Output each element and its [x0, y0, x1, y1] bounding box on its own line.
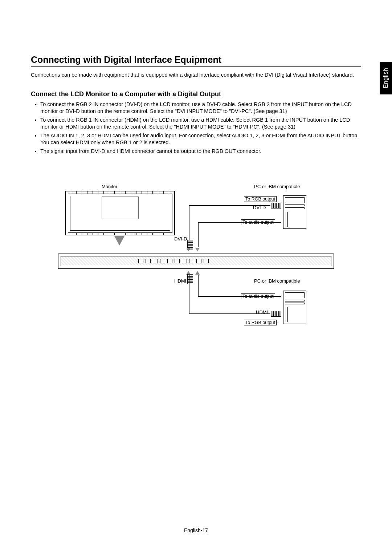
wire-icon	[189, 205, 270, 206]
wire-icon	[198, 222, 199, 247]
wire-icon	[198, 222, 281, 223]
bullet-item: To connect the RGB 1 IN connector (HDMI)…	[40, 117, 361, 131]
page-content: Connecting with Digital Interface Equipm…	[0, 0, 392, 359]
hdmi-connector-icon	[271, 311, 281, 317]
bullet-item: The signal input from DVI-D and HDMI con…	[40, 148, 361, 155]
hdmi-label-left: HDMI	[174, 278, 186, 284]
section-subtitle: Connect the LCD Monitor to a Computer wi…	[31, 90, 361, 98]
dvi-d-label-left: DVI-D	[174, 236, 187, 242]
arrow-up-icon	[195, 271, 200, 275]
arrow-down-icon	[114, 236, 124, 246]
bullet-list: To connect the RGB 2 IN connector (DVI-D…	[31, 101, 361, 155]
connection-diagram: Monitor PC or IBM compatible To RGB outp…	[58, 184, 334, 337]
pc-tower-icon	[283, 195, 306, 229]
monitor-back-icon	[65, 191, 175, 235]
wire-icon	[198, 275, 199, 296]
to-rgb-output-label: To RGB output	[244, 196, 277, 202]
pc-label-bottom: PC or IBM compatible	[254, 278, 300, 284]
monitor-label: Monitor	[102, 184, 117, 189]
bullet-item: To connect the RGB 2 IN connector (DVI-D…	[40, 101, 361, 115]
arrow-down-icon	[186, 248, 191, 251]
intro-paragraph: Connections can be made with equipment t…	[31, 72, 361, 79]
pc-label-top: PC or IBM compatible	[254, 184, 300, 189]
arrow-down-icon	[195, 248, 200, 251]
wire-icon	[198, 296, 281, 297]
dvi-connector-icon	[271, 203, 281, 208]
monitor-port-strip-icon	[58, 254, 334, 269]
wire-icon	[189, 275, 189, 313]
wire-icon	[189, 313, 270, 314]
bullet-item: The AUDIO IN 1, 2, 3 or HDMI can be used…	[40, 132, 361, 146]
page-footer: English-17	[0, 527, 392, 533]
to-rgb-output-label: To RGB output	[244, 320, 277, 325]
pc-tower-icon	[283, 291, 306, 324]
hdmi-connector-icon	[187, 274, 193, 284]
page-title: Connecting with Digital Interface Equipm…	[31, 54, 361, 67]
